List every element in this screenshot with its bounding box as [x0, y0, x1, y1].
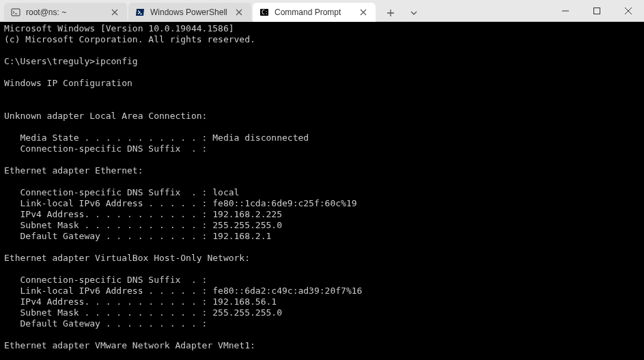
svg-rect-6 — [594, 8, 600, 14]
tab-actions — [377, 4, 428, 22]
minimize-button[interactable] — [550, 0, 581, 22]
titlebar: root@ns: ~ Windows PowerShell C: Command… — [0, 0, 644, 22]
terminal-line: C:\Users\treguly>ipconfig — [4, 56, 640, 67]
terminal-line: Link-local IPv6 Address . . . . . : fe80… — [4, 198, 640, 209]
tab-label: Command Prompt — [275, 8, 352, 17]
tab-dropdown-button[interactable] — [404, 4, 423, 22]
terminal-line — [4, 89, 640, 100]
window-controls — [550, 0, 644, 22]
terminal-line: Subnet Mask . . . . . . . . . . . : 255.… — [4, 307, 640, 318]
close-icon[interactable] — [358, 7, 369, 18]
terminal-line: Link-local IPv6 Address . . . . . : fe80… — [4, 286, 640, 296]
close-button[interactable] — [613, 0, 644, 22]
terminal-line: Unknown adapter Local Area Connection: — [4, 111, 640, 122]
terminal-line: IPv4 Address. . . . . . . . . . . : 192.… — [4, 296, 640, 307]
tab-label: Windows PowerShell — [150, 8, 228, 17]
terminal-line: Microsoft Windows [Version 10.0.19044.15… — [4, 23, 640, 34]
terminal-line — [4, 242, 640, 253]
tab-command-prompt[interactable]: C: Command Prompt — [253, 3, 376, 22]
new-tab-button[interactable] — [381, 4, 400, 22]
tab-root-ns[interactable]: root@ns: ~ — [4, 3, 127, 22]
terminal-line: Default Gateway . . . . . . . . . : — [4, 318, 640, 329]
terminal-line — [4, 329, 640, 340]
cmd-icon: C: — [260, 8, 269, 17]
terminal-line — [4, 67, 640, 78]
terminal-line — [4, 154, 640, 165]
maximize-button[interactable] — [581, 0, 613, 22]
terminal-line: Default Gateway . . . . . . . . . : 192.… — [4, 231, 640, 242]
terminal-line: Windows IP Configuration — [4, 78, 640, 89]
terminal-line: Connection-specific DNS Suffix . : — [4, 275, 640, 286]
terminal-line — [4, 122, 640, 133]
tab-powershell[interactable]: Windows PowerShell — [128, 3, 251, 22]
terminal-line — [4, 45, 640, 56]
terminal-line: Ethernet adapter VMware Network Adapter … — [4, 340, 640, 351]
terminal-line: Ethernet adapter Ethernet: — [4, 165, 640, 176]
tab-label: root@ns: ~ — [26, 8, 104, 17]
terminal-line — [4, 100, 640, 111]
terminal-line: Connection-specific DNS Suffix . : local — [4, 187, 640, 198]
tab-strip: root@ns: ~ Windows PowerShell C: Command… — [0, 0, 428, 22]
close-icon[interactable] — [109, 7, 120, 18]
terminal-line: Ethernet adapter VirtualBox Host-Only Ne… — [4, 253, 640, 264]
close-icon[interactable] — [234, 7, 244, 18]
terminal-line: IPv4 Address. . . . . . . . . . . : 192.… — [4, 209, 640, 220]
terminal-line: Connection-specific DNS Suffix . : — [4, 143, 640, 154]
svg-text:C:: C: — [262, 10, 268, 16]
terminal-line — [4, 176, 640, 187]
terminal-output[interactable]: Microsoft Windows [Version 10.0.19044.15… — [0, 22, 644, 360]
terminal-line: (c) Microsoft Corporation. All rights re… — [4, 34, 640, 45]
terminal-line — [4, 264, 640, 275]
svg-rect-0 — [12, 9, 20, 16]
terminal-icon — [11, 8, 20, 17]
terminal-line: Media State . . . . . . . . . . . : Medi… — [4, 133, 640, 143]
terminal-line: Subnet Mask . . . . . . . . . . . : 255.… — [4, 220, 640, 231]
powershell-icon — [135, 8, 145, 17]
